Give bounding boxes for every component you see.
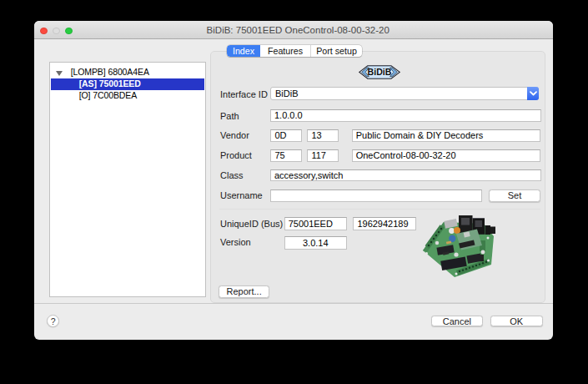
svg-text:BiDiB: BiDiB bbox=[368, 67, 392, 77]
